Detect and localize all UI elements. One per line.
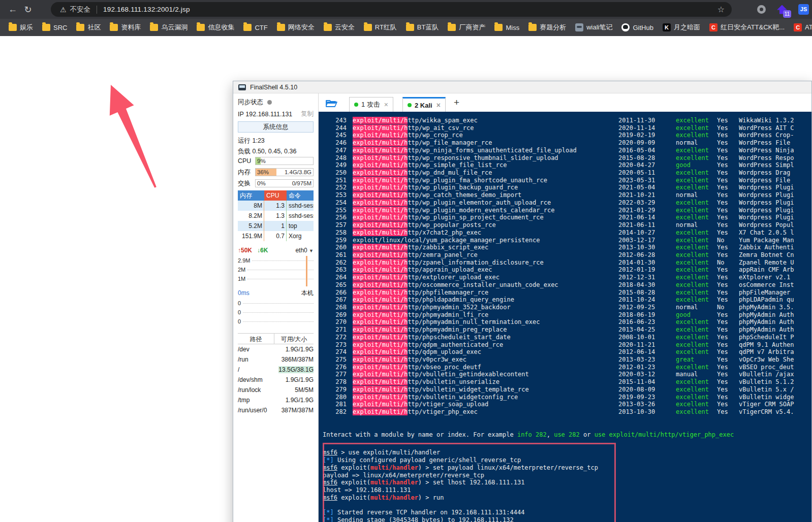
network-graph: 2.9M2M1M [238,256,314,284]
bookmark-item[interactable]: 网络安全 [272,21,319,34]
interface-selector[interactable]: eth0 ▼ [295,247,314,254]
bookmark-item[interactable]: CATT&CK 红日4靶机... [789,21,812,34]
process-table-header[interactable]: 内存 CPU 命令 [238,190,314,201]
module-number: 262 [319,259,347,267]
module-date: 2021-01-29 [618,207,676,214]
bookmark-item[interactable]: C红日安全ATT&CK靶... [705,21,789,34]
system-info-button[interactable]: 系统信息 [238,121,314,133]
copy-ip-link[interactable]: 复制 [301,110,314,118]
bookmark-item[interactable]: 资料库 [105,21,145,34]
uptime-label: 运行 [238,137,251,144]
process-header-mem[interactable]: 内存 [238,190,264,201]
reload-icon[interactable]: ↻ [20,4,36,15]
module-row: 265exploit/multi/http/oscommerce_install… [319,281,811,289]
module-description: WordPress AIT C [739,124,811,132]
connection-status-dot [354,103,358,107]
module-number: 245 [319,132,347,139]
disk-header-size[interactable]: 可用/大小 [274,334,314,344]
bookmark-item[interactable]: CTF [239,22,272,33]
disk-header-path[interactable]: 路径 [238,334,274,344]
process-header-cpu[interactable]: CPU [264,190,287,201]
bookmark-item[interactable]: 赛题分析 [524,21,571,34]
bookmark-item[interactable]: wiali笔记 [571,21,617,34]
window-titlebar[interactable]: FinalShell 4.5.10 [233,81,811,93]
bookmark-item[interactable]: BT蓝队 [401,21,444,34]
disk-table-header[interactable]: 路径 可用/大小 [238,333,314,344]
console-line: lhost => 192.168.111.131 [323,486,811,494]
insecure-warning-icon: ⚠ [60,6,67,14]
security-label[interactable]: 不安全 [70,5,91,14]
bookmark-item[interactable]: 云安全 [319,21,359,34]
bookmark-label: 赛题分析 [540,23,566,32]
open-folder-icon[interactable] [325,97,338,109]
process-header-cmd[interactable]: 命令 [287,190,314,201]
disk-size: 1.9G/1.9G [274,375,314,385]
module-rank: excellent [676,281,717,289]
search-highlight: exploit/multi/h [353,117,408,124]
module-description: Wordpress Drag [739,169,811,177]
extension-circle-icon[interactable] [757,5,766,14]
module-row: 246exploit/multi/http/wp_file_manager_rc… [319,139,811,147]
text-segment: or [580,431,595,438]
new-tab-button[interactable]: + [454,97,459,108]
module-row: 271exploit/multi/http/phpmyadmin_preg_re… [319,326,811,334]
disk-path: /dev/shm [238,375,274,385]
kimi-icon: K [663,23,671,31]
bookmark-item[interactable]: K月之暗面 [658,21,705,34]
bookmark-label: 乌云漏洞 [161,23,188,32]
url-bar[interactable]: ⚠ 不安全 192.168.111.132:2001/2.jsp ☆ [51,2,732,17]
module-path: exploit/multi/http/phpmyadmin_3522_backd… [353,304,618,311]
terminal[interactable]: 243exploit/multi/http/wikka_spam_exec201… [319,112,811,522]
text-segment: multi/handler [370,494,418,501]
search-highlight: exploit/multi/h [353,139,408,146]
module-row: 264exploit/multi/http/extplorer_upload_e… [319,274,811,281]
bookmark-item[interactable]: 社区 [72,21,105,34]
disk-size: 5M/5M [274,385,314,395]
module-rank: excellent [676,341,717,349]
module-check: No [717,304,739,311]
process-cpu: 1.3 [264,211,287,221]
module-description: WordPress File [739,139,811,147]
module-row: 256exploit/multi/http/wp_plugin_sp_proje… [319,214,811,221]
back-icon[interactable]: ← [5,4,20,15]
bookmark-star-icon[interactable]: ☆ [717,5,725,14]
module-date: 2013-10-30 [618,408,676,416]
process-cmd: sshd-sess.. [287,211,314,221]
bookmark-item[interactable]: SRC [38,22,72,33]
tab-attack[interactable]: 1 攻击 × [349,97,393,112]
tab-close-icon[interactable]: × [436,101,441,109]
module-date: 2020-09-09 [618,139,676,147]
module-number: 277 [319,371,347,378]
bookmark-item[interactable]: GitHub [617,22,658,33]
bookmark-item[interactable]: 娱乐 [4,21,38,34]
bookmark-label: 云安全 [335,23,355,32]
module-path: exploit/multi/http/wp_plugin_backup_guar… [353,184,618,191]
bookmark-item[interactable]: 信息收集 [192,21,239,34]
module-description: osCommerce Inst [739,281,811,289]
ip-value: 192.168.111.131 [245,111,292,118]
tab-close-icon[interactable]: × [384,101,388,109]
search-highlight: exploit/multi/h [353,154,408,161]
process-cmd: Xorg [287,231,314,241]
bookmark-item[interactable]: 乌云漏洞 [145,21,192,34]
module-path: exploit/multi/http/wp_popular_posts_rce [353,221,618,229]
bookmark-item[interactable]: 厂商资产 [443,21,490,34]
bookmark-item[interactable]: Miss [490,22,524,33]
folder-icon [9,24,17,31]
module-path: exploit/multi/http/x7chat2_php_exec [353,229,618,237]
search-highlight: exploit/multi/h [353,348,408,355]
module-rank: excellent [676,394,717,401]
tab-kali[interactable]: 2 Kali × [402,97,446,112]
extension-purple-icon[interactable]: 11 [777,5,787,14]
module-date: 2016-05-04 [618,147,676,154]
bookmark-item[interactable]: RT红队 [359,21,401,34]
js-extension-icon[interactable]: JS [798,4,809,15]
module-description: vBulletin 5.x / [739,386,811,394]
redsun-icon: C [709,23,717,31]
module-description: Wordpress Popul [739,221,811,229]
module-date: 2012-01-23 [618,364,676,371]
text-segment: exploit( [337,494,370,501]
module-path: exploit/multi/http/wp_plugin_fma_shortco… [353,177,618,184]
url-text[interactable]: 192.168.111.132:2001/2.jsp [103,6,190,13]
console-line: payload => linux/x64/meterpreter/reverse… [323,472,811,479]
